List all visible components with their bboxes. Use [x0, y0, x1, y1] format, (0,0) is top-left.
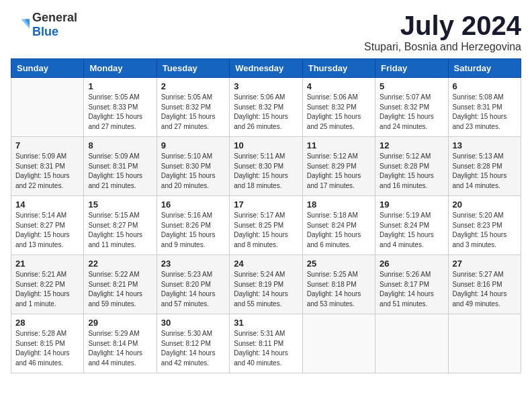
calendar-cell [448, 314, 521, 373]
day-info: Sunrise: 5:09 AM Sunset: 8:31 PM Dayligh… [88, 152, 152, 191]
day-number: 19 [380, 199, 443, 210]
calendar-cell: 8Sunrise: 5:09 AM Sunset: 8:31 PM Daylig… [84, 137, 157, 196]
calendar-cell: 25Sunrise: 5:25 AM Sunset: 8:18 PM Dayli… [302, 255, 375, 314]
day-number: 11 [307, 140, 371, 150]
logo-text: General Blue [32, 11, 77, 39]
day-info: Sunrise: 5:09 AM Sunset: 8:31 PM Dayligh… [15, 152, 79, 191]
day-number: 8 [88, 140, 152, 150]
day-number: 22 [88, 259, 152, 269]
day-number: 20 [453, 199, 517, 210]
day-info: Sunrise: 5:31 AM Sunset: 8:11 PM Dayligh… [234, 329, 298, 368]
day-number: 7 [15, 140, 79, 150]
day-info: Sunrise: 5:17 AM Sunset: 8:25 PM Dayligh… [234, 211, 298, 250]
col-header-saturday: Saturday [448, 59, 521, 78]
day-number: 15 [88, 199, 152, 210]
calendar-week-3: 14Sunrise: 5:14 AM Sunset: 8:27 PM Dayli… [11, 196, 521, 255]
day-number: 1 [88, 81, 152, 91]
day-info: Sunrise: 5:06 AM Sunset: 8:32 PM Dayligh… [234, 93, 298, 132]
day-number: 21 [15, 259, 79, 269]
calendar-week-2: 7Sunrise: 5:09 AM Sunset: 8:31 PM Daylig… [11, 137, 521, 196]
calendar-cell: 4Sunrise: 5:06 AM Sunset: 8:32 PM Daylig… [302, 78, 375, 137]
day-info: Sunrise: 5:26 AM Sunset: 8:17 PM Dayligh… [380, 270, 443, 309]
day-number: 27 [453, 259, 517, 269]
day-number: 9 [161, 140, 225, 150]
day-info: Sunrise: 5:22 AM Sunset: 8:21 PM Dayligh… [88, 270, 152, 309]
calendar-header-row: SundayMondayTuesdayWednesdayThursdayFrid… [11, 59, 521, 78]
calendar-cell: 27Sunrise: 5:27 AM Sunset: 8:16 PM Dayli… [448, 255, 521, 314]
day-number: 3 [234, 81, 298, 91]
col-header-wednesday: Wednesday [230, 59, 302, 78]
day-number: 2 [161, 81, 225, 91]
day-number: 26 [380, 259, 443, 269]
day-info: Sunrise: 5:10 AM Sunset: 8:30 PM Dayligh… [161, 152, 225, 191]
day-info: Sunrise: 5:06 AM Sunset: 8:32 PM Dayligh… [307, 93, 371, 132]
calendar-table: SundayMondayTuesdayWednesdayThursdayFrid… [11, 58, 521, 373]
col-header-thursday: Thursday [302, 59, 375, 78]
calendar-cell: 19Sunrise: 5:19 AM Sunset: 8:24 PM Dayli… [375, 196, 448, 255]
calendar-week-4: 21Sunrise: 5:21 AM Sunset: 8:22 PM Dayli… [11, 255, 521, 314]
calendar-cell: 10Sunrise: 5:11 AM Sunset: 8:30 PM Dayli… [230, 137, 302, 196]
day-number: 5 [380, 81, 443, 91]
calendar-cell: 2Sunrise: 5:05 AM Sunset: 8:32 PM Daylig… [157, 78, 229, 137]
calendar-cell [375, 314, 448, 373]
day-info: Sunrise: 5:05 AM Sunset: 8:33 PM Dayligh… [88, 93, 152, 132]
day-number: 23 [161, 259, 225, 269]
page-header: General Blue July 2024 Stupari, Bosnia a… [11, 11, 521, 53]
calendar-cell: 26Sunrise: 5:26 AM Sunset: 8:17 PM Dayli… [375, 255, 448, 314]
col-header-monday: Monday [84, 59, 157, 78]
calendar-cell: 20Sunrise: 5:20 AM Sunset: 8:23 PM Dayli… [448, 196, 521, 255]
day-info: Sunrise: 5:07 AM Sunset: 8:32 PM Dayligh… [380, 93, 443, 132]
day-info: Sunrise: 5:12 AM Sunset: 8:29 PM Dayligh… [307, 152, 371, 191]
calendar-cell: 3Sunrise: 5:06 AM Sunset: 8:32 PM Daylig… [230, 78, 302, 137]
day-number: 28 [15, 318, 79, 328]
logo-blue: Blue [32, 25, 58, 38]
day-info: Sunrise: 5:28 AM Sunset: 8:15 PM Dayligh… [15, 329, 79, 368]
day-number: 14 [15, 199, 79, 210]
calendar-week-5: 28Sunrise: 5:28 AM Sunset: 8:15 PM Dayli… [11, 314, 521, 373]
day-number: 30 [161, 318, 225, 328]
calendar-cell: 1Sunrise: 5:05 AM Sunset: 8:33 PM Daylig… [84, 78, 157, 137]
col-header-tuesday: Tuesday [157, 59, 229, 78]
day-number: 17 [234, 199, 298, 210]
day-info: Sunrise: 5:27 AM Sunset: 8:16 PM Dayligh… [453, 270, 517, 309]
col-header-friday: Friday [375, 59, 448, 78]
day-number: 16 [161, 199, 225, 210]
calendar-cell: 7Sunrise: 5:09 AM Sunset: 8:31 PM Daylig… [11, 137, 84, 196]
day-info: Sunrise: 5:16 AM Sunset: 8:26 PM Dayligh… [161, 211, 225, 250]
day-info: Sunrise: 5:23 AM Sunset: 8:20 PM Dayligh… [161, 270, 225, 309]
day-info: Sunrise: 5:13 AM Sunset: 8:28 PM Dayligh… [453, 152, 517, 191]
calendar-cell: 28Sunrise: 5:28 AM Sunset: 8:15 PM Dayli… [11, 314, 84, 373]
day-number: 10 [234, 140, 298, 150]
day-number: 13 [453, 140, 517, 150]
calendar-cell [11, 78, 84, 137]
day-info: Sunrise: 5:05 AM Sunset: 8:32 PM Dayligh… [161, 93, 225, 132]
day-number: 24 [234, 259, 298, 269]
day-info: Sunrise: 5:25 AM Sunset: 8:18 PM Dayligh… [307, 270, 371, 309]
day-info: Sunrise: 5:29 AM Sunset: 8:14 PM Dayligh… [88, 329, 152, 368]
day-info: Sunrise: 5:18 AM Sunset: 8:24 PM Dayligh… [307, 211, 371, 250]
day-number: 12 [380, 140, 443, 150]
col-header-sunday: Sunday [11, 59, 84, 78]
calendar-cell: 23Sunrise: 5:23 AM Sunset: 8:20 PM Dayli… [157, 255, 229, 314]
calendar-cell: 31Sunrise: 5:31 AM Sunset: 8:11 PM Dayli… [230, 314, 302, 373]
calendar-week-1: 1Sunrise: 5:05 AM Sunset: 8:33 PM Daylig… [11, 78, 521, 137]
calendar-cell: 24Sunrise: 5:24 AM Sunset: 8:19 PM Dayli… [230, 255, 302, 314]
day-number: 18 [307, 199, 371, 210]
location: Stupari, Bosnia and Herzegovina [364, 41, 521, 53]
day-number: 25 [307, 259, 371, 269]
calendar-cell: 15Sunrise: 5:15 AM Sunset: 8:27 PM Dayli… [84, 196, 157, 255]
day-info: Sunrise: 5:19 AM Sunset: 8:24 PM Dayligh… [380, 211, 443, 250]
title-area: July 2024 Stupari, Bosnia and Herzegovin… [364, 11, 521, 53]
calendar-cell: 12Sunrise: 5:12 AM Sunset: 8:28 PM Dayli… [375, 137, 448, 196]
calendar-cell: 13Sunrise: 5:13 AM Sunset: 8:28 PM Dayli… [448, 137, 521, 196]
logo-general: General [32, 11, 77, 24]
calendar-cell [302, 314, 375, 373]
day-info: Sunrise: 5:12 AM Sunset: 8:28 PM Dayligh… [380, 152, 443, 191]
day-info: Sunrise: 5:15 AM Sunset: 8:27 PM Dayligh… [88, 211, 152, 250]
day-number: 6 [453, 81, 517, 91]
calendar-cell: 9Sunrise: 5:10 AM Sunset: 8:30 PM Daylig… [157, 137, 229, 196]
calendar-cell: 22Sunrise: 5:22 AM Sunset: 8:21 PM Dayli… [84, 255, 157, 314]
day-info: Sunrise: 5:11 AM Sunset: 8:30 PM Dayligh… [234, 152, 298, 191]
calendar-cell: 5Sunrise: 5:07 AM Sunset: 8:32 PM Daylig… [375, 78, 448, 137]
calendar-cell: 6Sunrise: 5:08 AM Sunset: 8:31 PM Daylig… [448, 78, 521, 137]
